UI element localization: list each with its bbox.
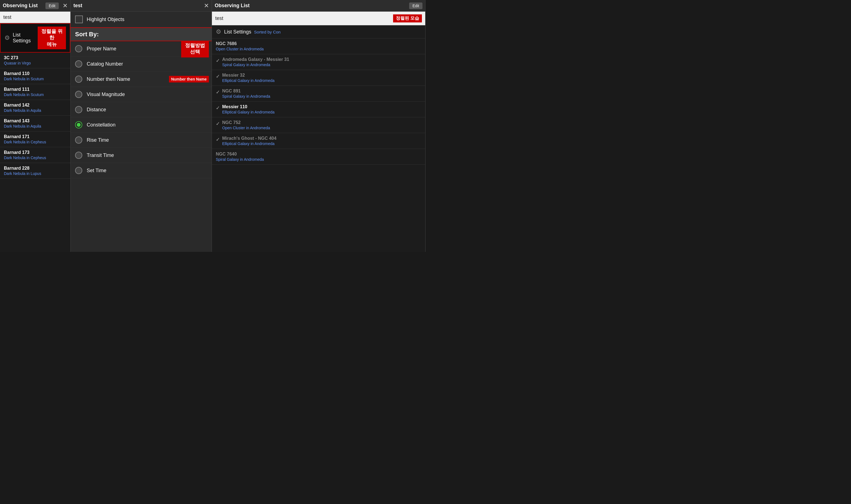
list-item[interactable]: NGC 7640 Spiral Galaxy in Andromeda [212, 149, 425, 165]
radio-distance[interactable] [75, 106, 82, 113]
sort-option-label-transit-time: Transit Time [87, 152, 114, 158]
gear-icon-left: ⚙ [4, 34, 10, 41]
checkmark-icon: ✓ [216, 73, 220, 79]
list-item[interactable]: ✓ Messier 32 Elliptical Galaxy in Androm… [212, 70, 425, 86]
list-item[interactable]: Barnard 171 Dark Nebula in Cepheus [0, 131, 70, 147]
middle-panel: test ✕ Highlight Objects Sort By: Proper… [71, 0, 212, 252]
object-name: Barnard 171 [4, 134, 67, 139]
middle-close-button[interactable]: ✕ [204, 2, 209, 10]
list-item[interactable]: ✓ Andromeda Galaxy - Messier 31 Spiral G… [212, 54, 425, 70]
left-header: Observing List Edit ✕ [0, 0, 70, 12]
object-name: Messier 32 [222, 73, 421, 78]
right-edit-button[interactable]: Edit [409, 2, 422, 9]
right-object-content: Messier 110 Elliptical Galaxy in Androme… [222, 104, 421, 114]
sort-option-label-distance: Distance [87, 107, 106, 113]
list-item[interactable]: Barnard 143 Dark Nebula in Aquila [0, 116, 70, 131]
highlight-label: Highlight Objects [87, 17, 124, 22]
right-header: Observing List Edit [212, 0, 425, 12]
radio-rise-time[interactable] [75, 137, 82, 144]
object-name: Messier 110 [222, 104, 421, 109]
sort-option-set-time[interactable]: Set Time [71, 163, 212, 178]
gear-icon-right: ⚙ [216, 28, 221, 35]
sorted-badge: 정렬된 모습 [393, 14, 422, 22]
sort-option-label-constellation: Constellation [87, 122, 116, 128]
middle-title: test [73, 3, 200, 8]
object-desc: Spiral Galaxy in Andromeda [216, 157, 421, 162]
radio-catalog-number[interactable] [75, 60, 82, 68]
list-item[interactable]: ✓ NGC 752 Open Cluster in Andromeda [212, 118, 425, 133]
right-list-settings-row[interactable]: ⚙ List Settings Sorted by Con [212, 25, 425, 38]
left-object-list: 3C 273 Quasar in Virgo Barnard 110 Dark … [0, 53, 70, 252]
list-item[interactable]: ✓ Mirach's Ghost - NGC 404 Elliptical Ga… [212, 133, 425, 149]
object-name: Andromeda Galaxy - Messier 31 [222, 57, 421, 62]
list-settings-row-left[interactable]: ⚙ List Settings 정렬을 위한메뉴 [0, 23, 70, 53]
list-item-messier110[interactable]: ✓ Messier 110 Elliptical Galaxy in Andro… [212, 102, 425, 118]
highlight-checkbox[interactable] [75, 16, 83, 23]
highlight-row: Highlight Objects [71, 12, 212, 28]
object-name: Barnard 143 [4, 119, 67, 123]
sort-option-label-number-then-name: Number then Name [87, 76, 130, 82]
checkmark-icon: ✓ [216, 89, 220, 95]
sort-menu-annotation: 정렬을 위한메뉴 [38, 26, 66, 49]
sort-option-catalog-number[interactable]: Catalog Number [71, 56, 212, 72]
radio-number-then-name[interactable] [75, 75, 82, 83]
right-object-content: NGC 7640 Spiral Galaxy in Andromeda [216, 152, 421, 162]
left-panel: Observing List Edit ✕ test ⚙ List Settin… [0, 0, 71, 252]
list-item[interactable]: Barnard 110 Dark Nebula in Scutum [0, 68, 70, 84]
object-name: NGC 891 [222, 89, 421, 93]
right-search-display[interactable]: test [215, 16, 390, 21]
sort-option-label-visual-magnitude: Visual Magnitude [87, 92, 125, 97]
object-name: Barnard 110 [4, 71, 67, 76]
radio-set-time[interactable] [75, 167, 82, 174]
right-object-content: Mirach's Ghost - NGC 404 Elliptical Gala… [222, 136, 421, 146]
sort-option-label-catalog-number: Catalog Number [87, 61, 123, 67]
object-desc: Elliptical Galaxy in Andromeda [222, 78, 421, 83]
sort-option-label-set-time: Set Time [87, 168, 106, 174]
sorted-con-label: Sorted by Con [254, 30, 281, 34]
object-desc: Dark Nebula in Scutum [4, 92, 67, 97]
sort-option-number-then-name[interactable]: Number then Name Number then Name [71, 72, 212, 87]
right-search-row: test 정렬된 모습 [212, 12, 425, 25]
sort-option-rise-time[interactable]: Rise Time [71, 132, 212, 148]
object-name: NGC 7640 [216, 152, 421, 157]
object-name: Barnard 173 [4, 150, 67, 155]
sort-option-transit-time[interactable]: Transit Time [71, 148, 212, 163]
radio-proper-name[interactable] [75, 45, 82, 52]
sort-options-list: Proper Name 정렬방법선택 Catalog Number Number… [71, 41, 212, 252]
left-search-display[interactable]: test [0, 12, 70, 23]
right-object-content: NGC 752 Open Cluster in Andromeda [222, 120, 421, 130]
list-item[interactable]: Barnard 173 Dark Nebula in Cepheus [0, 147, 70, 163]
object-desc: Dark Nebula in Cepheus [4, 140, 67, 144]
sort-option-label-rise-time: Rise Time [87, 137, 109, 143]
checkmark-icon: ✓ [216, 105, 220, 111]
object-desc: Quasar in Virgo [4, 61, 67, 65]
object-desc: Dark Nebula in Cepheus [4, 156, 67, 160]
object-desc: Dark Nebula in Scutum [4, 77, 67, 81]
left-edit-button[interactable]: Edit [46, 2, 59, 9]
radio-constellation[interactable] [75, 121, 82, 128]
object-name: Barnard 111 [4, 87, 67, 92]
object-name: Mirach's Ghost - NGC 404 [222, 136, 421, 141]
object-desc: Elliptical Galaxy in Andromeda [222, 141, 421, 146]
sort-option-visual-magnitude[interactable]: Visual Magnitude [71, 87, 212, 102]
list-item[interactable]: ✓ NGC 891 Spiral Galaxy in Andromeda [212, 86, 425, 102]
number-then-name-annotation: Number then Name [169, 76, 209, 83]
right-object-content: Messier 32 Elliptical Galaxy in Andromed… [222, 73, 421, 83]
right-panel: Observing List Edit test 정렬된 모습 ⚙ List S… [212, 0, 426, 252]
sort-option-constellation[interactable]: Constellation [71, 118, 212, 132]
object-desc: Spiral Galaxy in Andromeda [222, 62, 421, 67]
object-desc: Open Cluster in Andromeda [222, 126, 421, 130]
list-item[interactable]: Barnard 142 Dark Nebula in Aquila [0, 100, 70, 116]
right-list-settings-label: List Settings [224, 29, 251, 35]
object-desc: Dark Nebula in Aquila [4, 108, 67, 113]
list-item[interactable]: NGC 7686 Open Cluster in Andromeda [212, 38, 425, 54]
sort-option-proper-name[interactable]: Proper Name 정렬방법선택 [71, 41, 212, 56]
checkmark-icon: ✓ [216, 58, 220, 64]
list-item[interactable]: Barnard 111 Dark Nebula in Scutum [0, 84, 70, 100]
radio-visual-magnitude[interactable] [75, 91, 82, 98]
radio-transit-time[interactable] [75, 152, 82, 159]
sort-option-distance[interactable]: Distance [71, 102, 212, 118]
list-item[interactable]: Barnard 228 Dark Nebula in Lupus [0, 163, 70, 179]
list-item[interactable]: 3C 273 Quasar in Virgo [0, 53, 70, 68]
left-close-button[interactable]: ✕ [63, 2, 68, 10]
